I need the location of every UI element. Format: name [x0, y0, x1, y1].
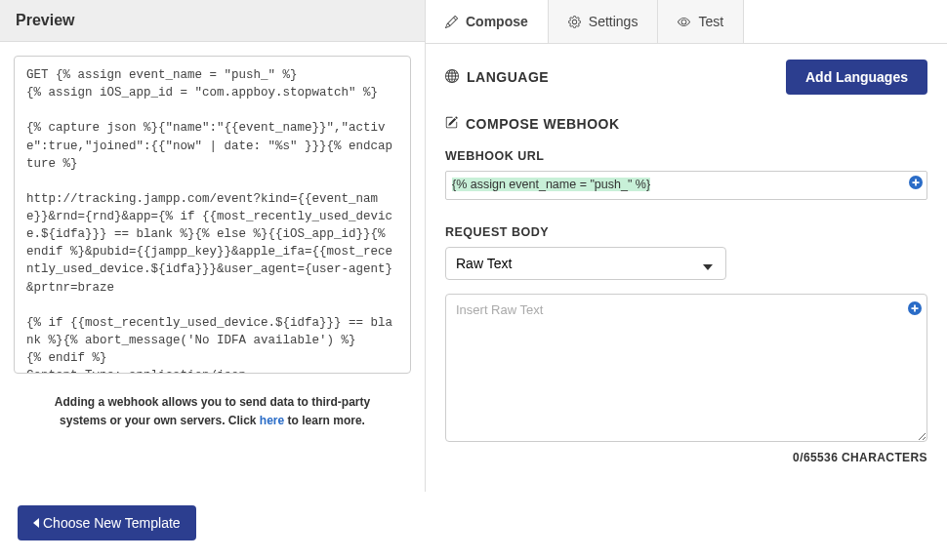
learn-more-link[interactable]: here: [260, 414, 284, 427]
footer: Choose New Template: [0, 492, 947, 554]
tab-bar: Compose Settings Test: [426, 0, 947, 44]
preview-help-text: Adding a webhook allows you to send data…: [14, 393, 411, 430]
edit-icon: [445, 116, 458, 132]
tab-compose[interactable]: Compose: [426, 0, 549, 43]
globe-icon: [445, 69, 459, 86]
request-body-type-select[interactable]: Raw Text: [445, 247, 726, 280]
compose-panel: Compose Settings Test: [426, 0, 947, 492]
tab-settings[interactable]: Settings: [549, 0, 659, 43]
choose-template-button[interactable]: Choose New Template: [18, 505, 196, 540]
preview-panel: Preview GET {% assign event_name = "push…: [0, 0, 426, 492]
webhook-url-label: WEBHOOK URL: [445, 149, 927, 163]
gear-icon: [568, 16, 581, 28]
pencil-icon: [445, 16, 458, 28]
plus-circle-icon[interactable]: [909, 176, 923, 189]
preview-header: Preview: [0, 0, 425, 42]
add-languages-button[interactable]: Add Languages: [786, 60, 927, 95]
language-section-label: LANGUAGE: [445, 69, 549, 86]
request-body-textarea[interactable]: [445, 294, 927, 442]
preview-title: Preview: [16, 12, 409, 29]
webhook-url-input[interactable]: {% assign event_name = "push_" %}: [445, 171, 927, 200]
preview-code: GET {% assign event_name = "push_" %} {%…: [14, 56, 411, 374]
eye-icon: [678, 16, 690, 28]
caret-left-icon: [33, 515, 39, 531]
plus-circle-icon[interactable]: [908, 301, 922, 315]
compose-section-label: COMPOSE WEBHOOK: [445, 116, 927, 132]
character-count: 0/65536 CHARACTERS: [445, 451, 927, 464]
tab-test[interactable]: Test: [658, 0, 744, 43]
request-body-label: REQUEST BODY: [445, 225, 927, 239]
